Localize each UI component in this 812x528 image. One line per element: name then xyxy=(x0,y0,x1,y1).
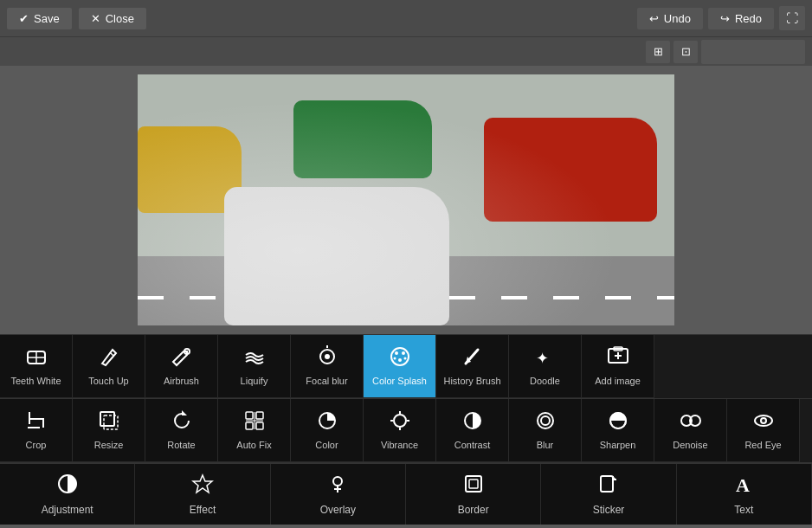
red-eye-icon xyxy=(751,409,776,436)
svg-point-8 xyxy=(391,348,409,365)
tool-history-brush[interactable]: History Brush xyxy=(436,335,509,398)
tool-crop[interactable]: Crop xyxy=(0,399,73,462)
tool-sharpen[interactable]: Sharpen xyxy=(582,399,654,462)
airbrush-label: Airbrush xyxy=(164,376,199,387)
red-eye-label: Red Eye xyxy=(744,440,781,451)
tool-teeth-white[interactable]: Teeth White xyxy=(0,335,73,398)
tools-container: Teeth WhiteTouch UpAirbrushLiquifyFocal … xyxy=(0,334,812,525)
tools-row-2: CropResizeRotateAuto FixColorVibranceCon… xyxy=(0,398,812,462)
tool-vibrance[interactable]: Vibrance xyxy=(364,399,436,462)
bottom-tab-text[interactable]: AText xyxy=(677,464,812,525)
redo-button[interactable]: ↪ Redo xyxy=(708,8,774,29)
svg-rect-51 xyxy=(466,476,481,492)
overlay-tab-icon xyxy=(326,473,349,500)
text-tab-icon: A xyxy=(732,473,755,500)
tool-denoise[interactable]: Denoise xyxy=(654,399,727,462)
sticker-tab-label: Sticker xyxy=(593,504,625,516)
bottom-tabs: AdjustmentEffectOverlayBorderStickerATex… xyxy=(0,462,812,525)
svg-marker-23 xyxy=(182,410,187,415)
vibrance-label: Vibrance xyxy=(381,440,418,451)
tool-airbrush[interactable]: Airbrush xyxy=(145,335,218,398)
tool-doodle[interactable]: ✦Doodle xyxy=(509,335,582,398)
svg-rect-26 xyxy=(246,422,253,429)
blur-label: Blur xyxy=(537,440,554,451)
redo-label: Redo xyxy=(735,12,762,25)
canvas-area xyxy=(0,66,812,334)
auto-fix-label: Auto Fix xyxy=(236,440,271,451)
border-tab-icon xyxy=(462,473,485,500)
car-scene xyxy=(138,74,674,325)
add-image-icon xyxy=(606,344,630,372)
bottom-tab-effect[interactable]: Effect xyxy=(135,464,270,525)
effect-tab-label: Effect xyxy=(190,504,216,516)
svg-point-12 xyxy=(393,357,396,360)
actual-size-button[interactable]: ⊡ xyxy=(673,41,698,63)
svg-point-37 xyxy=(538,413,553,428)
tool-focal-blur[interactable]: Focal blur xyxy=(291,335,364,398)
doodle-icon: ✦ xyxy=(533,344,557,372)
svg-rect-53 xyxy=(601,476,613,492)
tool-rotate[interactable]: Rotate xyxy=(145,399,218,462)
bottom-tab-overlay[interactable]: Overlay xyxy=(271,464,406,525)
svg-line-3 xyxy=(110,352,113,356)
sharpen-label: Sharpen xyxy=(600,440,636,451)
doodle-label: Doodle xyxy=(530,376,560,387)
tools-row-1: Teeth WhiteTouch UpAirbrushLiquifyFocal … xyxy=(0,334,812,398)
add-image-label: Add image xyxy=(595,376,641,387)
color-splash-label: Color Splash xyxy=(372,376,427,387)
tool-contrast[interactable]: Contrast xyxy=(436,399,509,462)
denoise-label: Denoise xyxy=(673,440,707,451)
close-icon: ✕ xyxy=(91,12,100,25)
tool-auto-fix[interactable]: Auto Fix xyxy=(218,399,291,462)
touch-up-label: Touch Up xyxy=(88,376,128,387)
secondary-toolbar: ⊞ ⊡ xyxy=(0,36,812,66)
history-brush-label: History Brush xyxy=(443,376,500,387)
svg-rect-25 xyxy=(256,412,263,419)
close-button[interactable]: ✕ Close xyxy=(79,8,146,29)
svg-point-48 xyxy=(333,477,342,486)
fit-view-button[interactable]: ⊞ xyxy=(646,41,670,63)
color-icon xyxy=(315,409,339,436)
tool-touch-up[interactable]: Touch Up xyxy=(73,335,145,398)
svg-point-13 xyxy=(403,357,406,360)
crop-label: Crop xyxy=(26,440,47,451)
close-label: Close xyxy=(106,12,134,25)
svg-point-10 xyxy=(402,351,405,355)
rotate-label: Rotate xyxy=(167,440,195,451)
svg-marker-47 xyxy=(193,475,212,493)
border-tab-label: Border xyxy=(458,504,489,516)
save-label: Save xyxy=(34,12,60,25)
teeth-white-label: Teeth White xyxy=(10,376,61,387)
tool-liquify[interactable]: Liquify xyxy=(218,335,291,398)
tool-resize[interactable]: Resize xyxy=(73,399,145,462)
bottom-tab-sticker[interactable]: Sticker xyxy=(541,464,676,525)
fullscreen-button[interactable]: ⛶ xyxy=(779,6,805,30)
adjustment-tab-icon xyxy=(56,473,79,500)
zoom-bar[interactable] xyxy=(701,40,805,64)
undo-label: Undo xyxy=(664,12,691,25)
bottom-tab-border[interactable]: Border xyxy=(406,464,541,525)
liquify-icon xyxy=(242,344,267,372)
focal-blur-label: Focal blur xyxy=(306,376,347,387)
save-button[interactable]: ✔ Save xyxy=(7,8,72,29)
svg-rect-22 xyxy=(104,415,118,429)
tool-blur[interactable]: Blur xyxy=(509,399,582,462)
tool-add-image[interactable]: Add image xyxy=(582,335,654,398)
sharpen-icon xyxy=(606,409,630,436)
toolbar-right: ↩ Undo ↪ Redo ⛶ xyxy=(637,6,805,30)
auto-fix-icon xyxy=(242,409,267,436)
bottom-tab-adjustment[interactable]: Adjustment xyxy=(0,464,135,525)
effect-tab-icon xyxy=(191,473,214,500)
tool-red-eye[interactable]: Red Eye xyxy=(727,399,800,462)
tool-color-splash[interactable]: Color Splash xyxy=(364,335,436,398)
vibrance-icon xyxy=(388,409,412,436)
svg-rect-21 xyxy=(100,412,114,426)
liquify-label: Liquify xyxy=(241,376,268,387)
focal-blur-icon xyxy=(315,344,339,372)
undo-icon: ↩ xyxy=(649,12,659,25)
svg-text:✦: ✦ xyxy=(536,350,549,367)
undo-button[interactable]: ↩ Undo xyxy=(637,8,703,29)
svg-point-31 xyxy=(394,415,406,427)
svg-point-11 xyxy=(398,358,402,362)
tool-color[interactable]: Color xyxy=(291,399,364,462)
